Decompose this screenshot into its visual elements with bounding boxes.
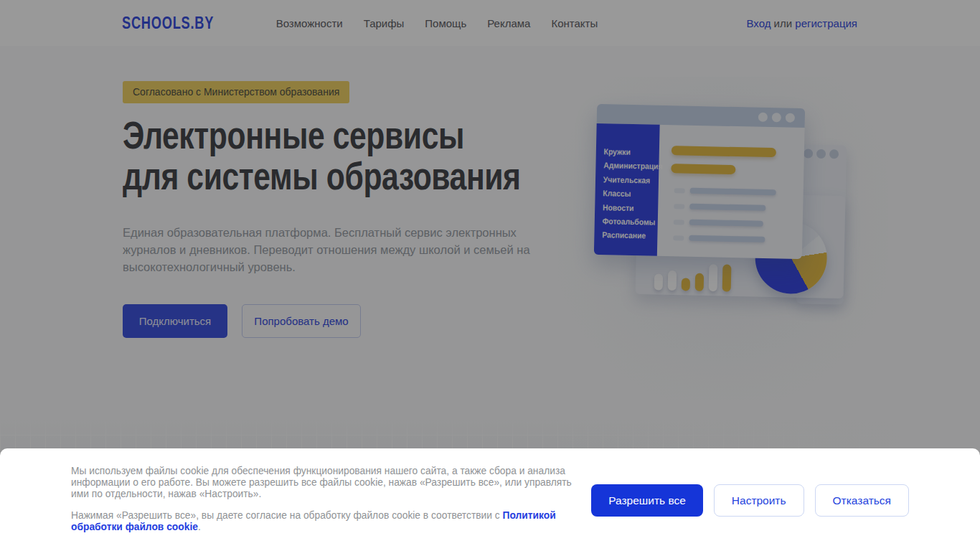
cookie-paragraph-1: Мы используем файлы cookie для обеспечен… <box>71 466 585 499</box>
cookie-paragraph-2: Нажимая «Разрешить все», вы даете соглас… <box>71 510 585 533</box>
cookie-buttons: Разрешить все Настроить Отказаться <box>591 484 909 517</box>
allow-all-button[interactable]: Разрешить все <box>591 484 703 517</box>
decline-button[interactable]: Отказаться <box>815 484 909 517</box>
cookie-p2-period: . <box>198 522 201 532</box>
cookie-banner: Мы используем файлы cookie для обеспечен… <box>0 448 980 551</box>
cookie-text: Мы используем файлы cookie для обеспечен… <box>71 466 585 533</box>
cookie-p2-text: Нажимая «Разрешить все», вы даете соглас… <box>71 510 503 521</box>
configure-button[interactable]: Настроить <box>714 484 804 517</box>
